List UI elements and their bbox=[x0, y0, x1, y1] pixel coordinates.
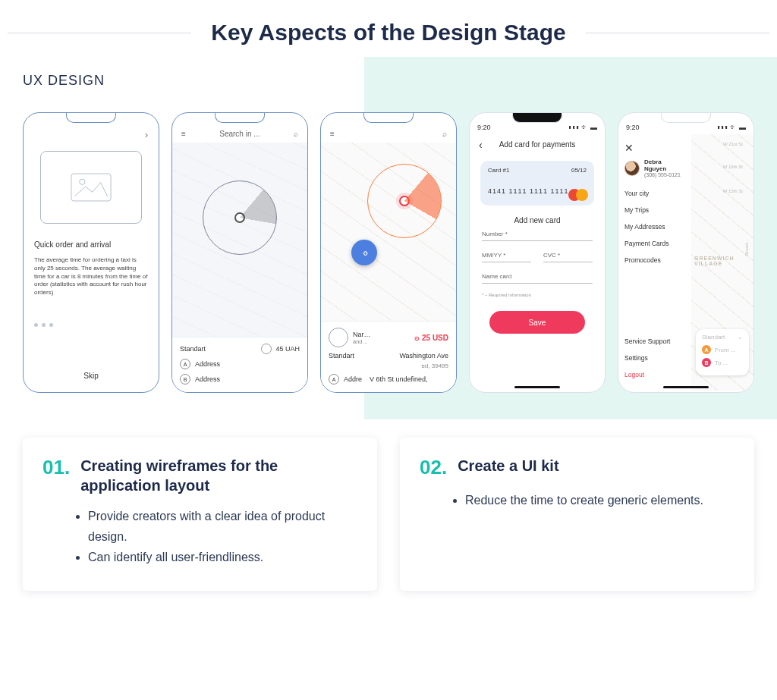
ride-tier-label: Standart bbox=[329, 352, 354, 359]
menu-support[interactable]: Service Support bbox=[624, 337, 685, 345]
ux-design-label: UX DESIGN bbox=[23, 73, 105, 89]
map-area[interactable]: W 21st St W 19th St W 15th St Broad… GRE… bbox=[691, 134, 753, 391]
street-label: W 19th St bbox=[723, 165, 743, 169]
chevron-down-icon[interactable]: ⌄ bbox=[738, 334, 743, 341]
aspect-card-2: 02. Create a UI kit Reduce the time to c… bbox=[400, 438, 754, 591]
side-menu: ✕ Debra Nguyen (308) 555-0121 Your city … bbox=[618, 134, 691, 391]
dropoff-address: Address bbox=[195, 375, 220, 383]
back-icon[interactable]: ‹ bbox=[479, 139, 483, 151]
add-new-card-heading: Add new card bbox=[470, 216, 605, 224]
marker-b-icon: B bbox=[180, 374, 190, 385]
title-rule-right bbox=[586, 33, 769, 33]
menu-your-city[interactable]: Your city bbox=[624, 190, 685, 197]
marker-b-icon: B bbox=[702, 358, 711, 367]
pickup-address-row[interactable]: A Addre V 6th St undefined, bbox=[329, 374, 448, 385]
search-icon[interactable]: ⌕ bbox=[294, 130, 298, 138]
phone-map-colored: ≡ ⌕ Nar… and… bbox=[320, 112, 457, 393]
street-label: W 21st St bbox=[723, 142, 743, 146]
map-area[interactable] bbox=[321, 143, 456, 321]
user-profile[interactable]: Debra Nguyen (308) 555-0121 bbox=[624, 159, 685, 177]
address-line-2: ed, 39495 bbox=[329, 363, 448, 369]
street-label: Broad… bbox=[744, 239, 749, 256]
card-mmyy-input[interactable]: MM/YY * bbox=[482, 250, 531, 262]
marker-a-icon: A bbox=[702, 345, 711, 354]
screen-title-bar: ‹ Add card for payments bbox=[470, 134, 605, 156]
search-icon[interactable]: ⌕ bbox=[442, 130, 447, 138]
map-area[interactable] bbox=[172, 143, 307, 337]
card-name-input[interactable]: Name card bbox=[482, 272, 593, 284]
card-cvc-input[interactable]: CVC * bbox=[543, 250, 593, 262]
aspect-bullet: Reduce the time to create generic elemen… bbox=[465, 490, 735, 510]
menu-icon[interactable]: ≡ bbox=[330, 130, 335, 138]
title-rule-left bbox=[8, 33, 191, 33]
pin-icon bbox=[399, 196, 410, 206]
pickup-address-row[interactable]: A Address bbox=[180, 359, 300, 369]
phone-notch bbox=[215, 112, 265, 123]
required-hint: * – Required Information bbox=[482, 293, 593, 297]
ride-price: 45 UAH bbox=[275, 345, 300, 353]
mountain-icon bbox=[71, 173, 112, 202]
onboarding-body: The average time for ordering a taxi is … bbox=[34, 256, 148, 297]
phone-profile-ui: 9:20 ▮▮▮ ᯤ ▬ ✕ Debra Nguyen (308) 555-01… bbox=[618, 112, 754, 393]
car-icon bbox=[261, 344, 272, 354]
phone-notch bbox=[363, 112, 414, 123]
menu-promocodes[interactable]: Promocodes bbox=[624, 256, 685, 264]
menu-settings[interactable]: Settings bbox=[624, 354, 685, 362]
ride-info-card: Nar… and… ⊙ 25 USD Standart Washington A… bbox=[321, 321, 456, 392]
aspect-bullet: Provide creators with a clear idea of pr… bbox=[88, 506, 357, 547]
phone-notch bbox=[66, 112, 116, 123]
skip-button[interactable]: Skip bbox=[24, 372, 159, 380]
menu-payment-cards[interactable]: Payment Cards bbox=[624, 240, 685, 247]
search-placeholder: Search in ... bbox=[192, 130, 288, 138]
ride-type-card: Standart 45 UAH A Address B Address bbox=[172, 337, 307, 392]
user-avatar-icon bbox=[624, 161, 640, 176]
save-button[interactable]: Save bbox=[489, 311, 585, 334]
street-label: W 15th St bbox=[723, 189, 743, 193]
svg-rect-0 bbox=[71, 174, 111, 201]
marker-a-icon: A bbox=[180, 359, 190, 369]
aspect-number: 01. bbox=[42, 456, 70, 479]
card-name: Card #1 bbox=[488, 167, 509, 174]
screen-title: Add card for payments bbox=[499, 140, 576, 149]
menu-logout[interactable]: Logout bbox=[624, 371, 685, 378]
driver-avatar-icon bbox=[329, 328, 348, 347]
aspect-bullet: Can identify all user-friendliness. bbox=[88, 547, 357, 567]
driver-subtitle: and… bbox=[353, 338, 371, 345]
status-icons: ▮▮▮ ᯤ ▬ bbox=[568, 124, 597, 131]
to-label: To ... bbox=[715, 359, 728, 366]
menu-my-addresses[interactable]: My Addresses bbox=[624, 223, 685, 231]
menu-my-trips[interactable]: My Trips bbox=[624, 206, 685, 214]
mastercard-icon bbox=[568, 189, 588, 201]
from-label: From ... bbox=[715, 347, 736, 353]
key-aspects-list: 01. Creating wireframes for the applicat… bbox=[0, 404, 777, 591]
aspect-card-1: 01. Creating wireframes for the applicat… bbox=[23, 438, 377, 591]
home-indicator bbox=[663, 386, 709, 388]
dropoff-address-row[interactable]: B Address bbox=[180, 374, 300, 385]
user-name: Debra Nguyen bbox=[644, 159, 685, 172]
aspect-number: 02. bbox=[420, 456, 447, 479]
driver-name: Nar… bbox=[353, 331, 371, 338]
phone-add-card-ui: 9:20 ▮▮▮ ᯤ ▬ ‹ Add card for payments Car… bbox=[469, 112, 606, 393]
pager-dots[interactable] bbox=[34, 323, 148, 327]
onboarding-heading: Quick order and arrival bbox=[34, 240, 148, 249]
pickup-address: Addre bbox=[344, 375, 362, 383]
ride-tier-label: Standart bbox=[180, 345, 206, 353]
comparison-slider-handle[interactable]: ‹ › bbox=[351, 240, 377, 265]
district-label: GREENWICH VILLAGE bbox=[694, 256, 753, 266]
radar-circle bbox=[203, 180, 277, 255]
status-icons: ▮▮▮ ᯤ ▬ bbox=[717, 124, 746, 131]
menu-icon[interactable]: ≡ bbox=[181, 130, 186, 138]
saved-card[interactable]: Card #1 05/12 4141 1111 1111 1111 bbox=[480, 161, 594, 206]
card-number-input[interactable]: Number * bbox=[482, 229, 593, 241]
phone-onboarding-wireframe: › Quick order and arrival The average ti… bbox=[23, 112, 159, 393]
pin-icon bbox=[234, 212, 245, 223]
svg-point-1 bbox=[80, 179, 85, 184]
page-title: Key Aspects of the Design Stage bbox=[211, 20, 565, 46]
marker-a-icon: A bbox=[329, 374, 339, 385]
close-icon[interactable]: ✕ bbox=[624, 142, 685, 154]
phone-notch bbox=[661, 112, 711, 123]
next-chevron-icon[interactable]: › bbox=[145, 130, 148, 140]
ride-destination-card[interactable]: Standart ⌄ A From ... B To ... bbox=[696, 329, 749, 375]
radar-circle bbox=[367, 164, 442, 238]
ride-price-usd: ⊙ 25 USD bbox=[414, 334, 448, 342]
